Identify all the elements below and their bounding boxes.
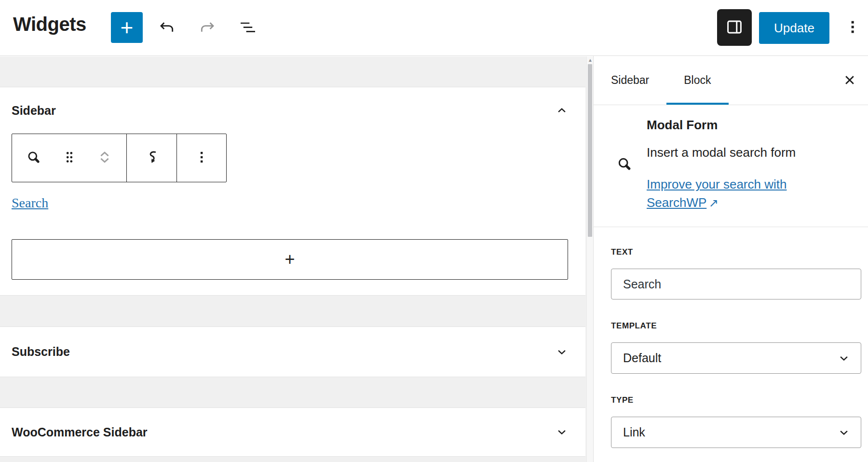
widget-area-woocommerce-header[interactable]: WooCommerce Sidebar <box>0 408 585 456</box>
move-up-down-button[interactable] <box>91 141 118 176</box>
chevron-down-icon <box>837 425 851 440</box>
list-view-icon <box>238 18 258 39</box>
type-select[interactable]: Link <box>611 417 861 448</box>
block-settings: TEXT TEMPLATE Default TYPE Link <box>594 227 868 448</box>
settings-sidebar: Sidebar Block Modal Form Insert a modal … <box>593 56 868 462</box>
type-select-value: Link <box>623 425 645 439</box>
block-type-button[interactable] <box>20 141 47 176</box>
template-select[interactable]: Default <box>611 342 861 374</box>
undo-icon <box>157 18 176 39</box>
template-select-value: Default <box>623 351 661 365</box>
widget-area-subscribe-header[interactable]: Subscribe <box>0 327 585 377</box>
tab-block[interactable]: Block <box>666 56 728 105</box>
block-card-link-row: Improve your search with SearchWP ↗ <box>647 175 822 212</box>
block-toolbar <box>12 134 227 182</box>
search-block-icon <box>615 154 634 176</box>
options-menu-button[interactable] <box>841 16 864 39</box>
list-view-button[interactable] <box>236 16 259 40</box>
block-card-description: Insert a modal search form <box>647 144 822 161</box>
widget-area-title: Sidebar <box>12 104 56 118</box>
block-card: Modal Form Insert a modal search form Im… <box>594 105 868 227</box>
drag-handle-icon <box>60 148 79 168</box>
block-toolbar-move-group <box>127 134 177 182</box>
widget-area-subscribe: Subscribe <box>0 326 585 377</box>
search-widget-link[interactable]: Search <box>12 195 48 211</box>
chevron-up-icon[interactable] <box>555 103 569 118</box>
close-icon <box>841 72 858 90</box>
type-field: TYPE Link <box>611 395 861 448</box>
drag-handle[interactable] <box>56 141 83 176</box>
add-block-button[interactable]: + <box>111 12 143 43</box>
kebab-icon <box>843 17 862 38</box>
widget-areas-canvas: Sidebar <box>0 56 586 462</box>
plus-icon: + <box>121 15 134 40</box>
text-field-input[interactable] <box>611 269 861 299</box>
template-field-label: TEMPLATE <box>611 321 861 331</box>
scrollbar-thumb[interactable] <box>588 64 592 237</box>
editor-header: Widgets + Update <box>0 0 868 56</box>
page-title: Widgets <box>13 14 86 35</box>
sidebar-panel-icon <box>724 16 745 39</box>
chevron-up-down-icon <box>95 148 114 168</box>
plus-icon: + <box>285 249 295 269</box>
type-field-label: TYPE <box>611 395 861 405</box>
template-field: TEMPLATE Default <box>611 321 861 374</box>
chevron-down-icon[interactable] <box>555 425 569 439</box>
block-toolbar-main-group <box>12 134 127 182</box>
widget-area-sidebar: Sidebar <box>0 87 585 296</box>
text-field-label: TEXT <box>611 247 861 257</box>
block-appender-button[interactable]: + <box>12 239 568 280</box>
widgets-editor: Widgets + Update <box>0 0 868 462</box>
widget-area-title: Subscribe <box>12 345 70 359</box>
chevron-down-icon[interactable] <box>555 345 569 359</box>
scrollbar-up-arrow[interactable]: ▲ <box>588 58 593 63</box>
inspector-tabs: Sidebar Block <box>594 56 868 105</box>
block-options-button[interactable] <box>188 141 215 176</box>
undo-button[interactable] <box>155 16 178 40</box>
tab-sidebar[interactable]: Sidebar <box>594 56 666 105</box>
block-toolbar-options-group <box>177 134 226 182</box>
redo-icon <box>198 18 217 39</box>
search-block-icon <box>25 148 43 168</box>
chevron-down-icon <box>837 351 851 366</box>
move-to-widget-area-button[interactable] <box>138 141 165 176</box>
settings-sidebar-toggle-button[interactable] <box>717 9 752 46</box>
external-link-arrow-icon: ↗ <box>709 196 719 209</box>
close-settings-button[interactable] <box>838 69 861 92</box>
move-to-icon <box>143 148 161 168</box>
canvas-scrollbar[interactable]: ▲ <box>586 56 593 462</box>
widget-area-woocommerce: WooCommerce Sidebar <box>0 408 585 457</box>
redo-button[interactable] <box>196 16 219 40</box>
update-button[interactable]: Update <box>759 12 829 44</box>
widget-area-title: WooCommerce Sidebar <box>12 425 148 439</box>
kebab-icon <box>192 148 211 168</box>
block-card-text: Modal Form Insert a modal search form Im… <box>647 118 822 212</box>
block-card-title: Modal Form <box>647 118 822 133</box>
widget-area-sidebar-header[interactable]: Sidebar <box>0 87 585 134</box>
text-field: TEXT <box>611 247 861 299</box>
